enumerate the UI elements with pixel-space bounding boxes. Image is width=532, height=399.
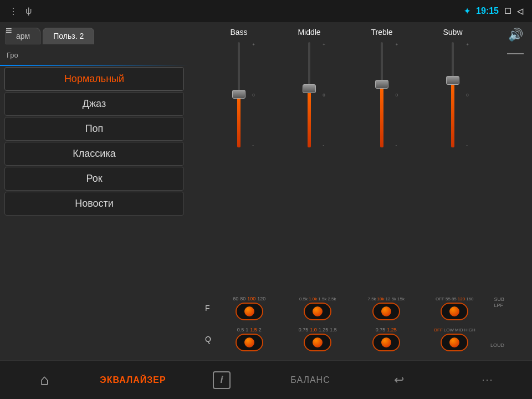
treble-freq-pill[interactable]: [372, 303, 400, 320]
sub-f2: 55: [446, 296, 451, 301]
volume-icon[interactable]: 🔊: [508, 28, 523, 42]
subw-label: Subw: [443, 28, 463, 37]
middle-q-pill[interactable]: [304, 334, 331, 351]
treble-freq-knob[interactable]: [381, 306, 391, 316]
bottom-nav: ⌂ ЭКВАЛАЙЗЕР i БАЛАНС ↩ ···: [0, 360, 532, 399]
f-label: F: [205, 304, 214, 313]
tr-f3: 12.5k: [386, 296, 397, 301]
bass-freq-pill[interactable]: [236, 303, 263, 320]
info-box[interactable]: i: [213, 371, 231, 389]
bass-q4: 2: [259, 327, 262, 332]
main-area: арм Польз. 2 Гро Нормальный Джаз Поп Кла…: [0, 22, 532, 360]
hamburger-menu[interactable]: ≡: [6, 24, 12, 37]
balance-label: БАЛАНС: [290, 375, 330, 385]
middle-freq-knob[interactable]: [313, 306, 323, 316]
subw-freq-knob[interactable]: [449, 306, 459, 316]
q-label: Q: [205, 335, 214, 344]
bass-f2: 80: [240, 296, 245, 301]
bass-slider-thumb[interactable]: [232, 90, 245, 99]
preset-rock[interactable]: Рок: [4, 167, 184, 191]
sub-f5: 160: [466, 296, 473, 301]
sub-q4: HIGH: [464, 328, 475, 332]
bass-q: 0.5 1 1.5 2: [216, 327, 283, 351]
loud-text: LOUD: [490, 342, 504, 348]
subw-options: SUB LPF: [494, 296, 504, 308]
bass-label: Bass: [230, 28, 247, 37]
mid-f4: 2.5k: [328, 296, 336, 301]
treble-q-pill[interactable]: [372, 334, 400, 351]
middle-slider-track[interactable]: + 0 -: [302, 42, 316, 147]
window-icon: ☐: [504, 7, 511, 16]
nav-info[interactable]: i: [177, 361, 266, 399]
subw-opt-lpf: LPF: [494, 303, 504, 308]
preset-normal[interactable]: Нормальный: [4, 67, 184, 91]
bass-slider-track[interactable]: + 0 -: [232, 42, 246, 147]
subw-opt-sub: SUB: [494, 296, 504, 302]
nav-equalizer[interactable]: ЭКВАЛАЙЗЕР: [89, 361, 177, 399]
freq-row: F 60 80 100 120 0.5k 1.0k 1.5k: [200, 293, 493, 324]
bass-q3: 1.5: [250, 327, 257, 332]
tab-user2[interactable]: Польз. 2: [43, 28, 94, 44]
treble-label: Treble: [371, 28, 392, 37]
middle-q-knob[interactable]: [313, 337, 323, 347]
tr-f4: 15k: [397, 296, 405, 301]
subw-freq: OFF 55 85 120 160 SUB LPF: [422, 296, 488, 320]
nav-home[interactable]: ⌂: [0, 361, 89, 399]
treble-q-knob[interactable]: [381, 337, 391, 347]
sub-f3: 85: [452, 296, 457, 301]
eq-nav-label: ЭКВАЛАЙЗЕР: [100, 375, 166, 385]
sub-q1: OFF: [434, 328, 443, 332]
preset-jazz[interactable]: Джаз: [4, 92, 184, 116]
middle-slider-thumb[interactable]: [303, 84, 316, 93]
home-icon: ⌂: [40, 371, 49, 388]
preset-tabs: арм Польз. 2: [0, 22, 188, 44]
treble-q: 0.75 1.25: [353, 327, 420, 351]
sidebar: арм Польз. 2 Гро Нормальный Джаз Поп Кла…: [0, 22, 188, 360]
bass-freq-knob[interactable]: [244, 306, 254, 316]
subw-slider-track[interactable]: + 0 -: [446, 42, 460, 147]
nav-back[interactable]: ↩: [355, 361, 443, 399]
preset-classic[interactable]: Классика: [4, 142, 184, 166]
sidebar-label: Гро: [0, 49, 188, 62]
q-row: Q 0.5 1 1.5 2 0.75 1.0 1.25: [200, 324, 493, 355]
volume-line: [507, 53, 524, 54]
subw-q-pill[interactable]: [441, 334, 468, 351]
preset-list: Нормальный Джаз Поп Классика Рок Новости: [0, 67, 188, 360]
nav-balance[interactable]: БАЛАНС: [266, 361, 355, 399]
bass-f3: 100: [247, 296, 255, 301]
eq-section: Bass + 0 - Middle: [188, 22, 499, 360]
tr-f2: 10k: [377, 296, 385, 301]
band-bass: Bass + 0 -: [230, 28, 247, 147]
back-icon: ◁: [517, 7, 523, 16]
more-dots: ···: [482, 374, 493, 386]
subw-freq-pill[interactable]: [441, 303, 468, 320]
usb-icon: ψ: [25, 6, 32, 16]
nav-more[interactable]: ···: [443, 361, 532, 399]
tr-q1: 0.75: [376, 327, 386, 332]
status-bar: ⋮ ψ ✦ 19:15 ☐ ◁: [0, 0, 532, 22]
middle-label: Middle: [298, 28, 320, 37]
sub-q3: MID: [455, 328, 463, 332]
preset-pop[interactable]: Поп: [4, 117, 184, 141]
sub-q2: LOW: [444, 328, 454, 332]
subw-q: OFF LOW MID HIGH LOUD: [422, 328, 488, 351]
treble-freq: 7.5k 10k 12.5k 15k: [353, 296, 420, 320]
band-middle: Middle + 0 -: [298, 28, 320, 147]
middle-freq-pill[interactable]: [304, 303, 331, 320]
subw-q-knob[interactable]: [449, 337, 459, 347]
tr-f1: 7.5k: [367, 296, 376, 301]
mid-f2: 1.0k: [309, 296, 317, 301]
bass-q-pill[interactable]: [236, 334, 263, 351]
bluetooth-icon: ✦: [464, 7, 470, 16]
bass-q2: 1: [245, 327, 248, 332]
treble-slider-track[interactable]: + 0 -: [375, 42, 389, 147]
preset-news[interactable]: Новости: [4, 192, 184, 216]
status-left: ⋮ ψ: [9, 6, 32, 17]
bass-q1: 0.5: [237, 327, 244, 332]
bass-f1: 60: [233, 296, 238, 301]
bass-q-knob[interactable]: [244, 337, 254, 347]
bass-freq: 60 80 100 120: [216, 296, 283, 320]
menu-icon: ⋮: [9, 6, 18, 17]
treble-slider-thumb[interactable]: [375, 80, 388, 89]
subw-slider-thumb[interactable]: [446, 76, 459, 85]
